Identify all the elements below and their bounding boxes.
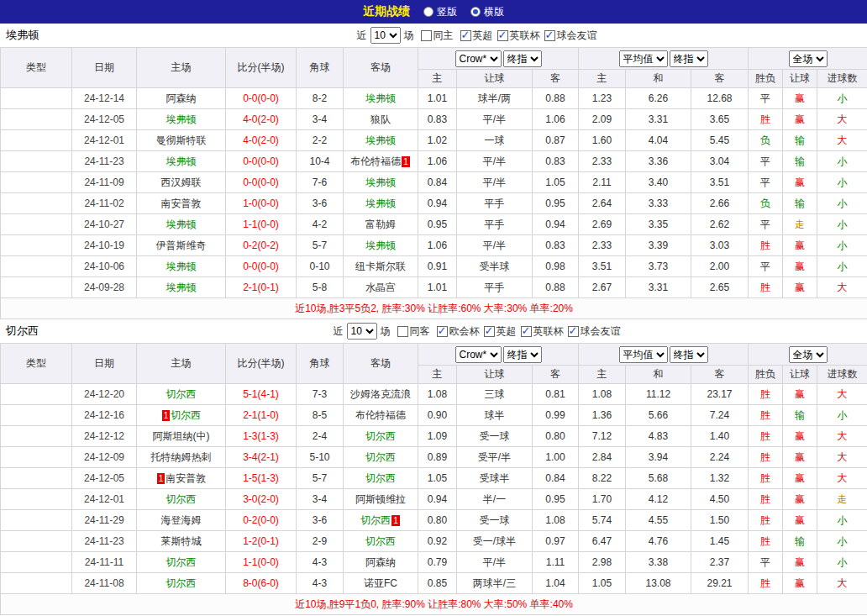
odds-time-select-2[interactable]: 终指 <box>670 346 708 363</box>
results-table: 类型 日期 主场 比分(半场) 角球 客场 Crow*终指 平均值终指 全场 主… <box>0 47 867 319</box>
handicap-odds-home: 0.92 <box>418 531 457 552</box>
away-team-name[interactable]: 切尔西 <box>360 514 391 526</box>
score-halftime[interactable]: 4-0(2-0) <box>226 130 297 151</box>
away-team-name[interactable]: 埃弗顿 <box>365 134 396 146</box>
away-team-name[interactable]: 阿森纳 <box>365 556 396 568</box>
home-team-name[interactable]: 埃弗顿 <box>166 261 197 272</box>
away-team-name[interactable]: 埃弗顿 <box>365 92 396 104</box>
corner-count: 10-4 <box>297 151 344 172</box>
away-team-name[interactable]: 切尔西 <box>365 472 396 484</box>
home-team-cell: 埃弗顿 <box>137 109 226 130</box>
away-team-name[interactable]: 布伦特福德 <box>350 155 401 167</box>
match-date: 24-12-05 <box>72 468 137 489</box>
handicap-odds-home: 0.84 <box>418 172 457 193</box>
league-filter-checkbox[interactable]: 英超 <box>460 29 493 43</box>
away-team-name[interactable]: 切尔西 <box>365 535 396 547</box>
handicap-line: 平/半 <box>457 109 533 130</box>
home-team-name[interactable]: 埃弗顿 <box>166 155 197 167</box>
league-filter-checkbox[interactable]: 英超 <box>484 324 517 339</box>
home-team-cell: 海登海姆 <box>137 510 226 531</box>
league-filter-checkbox[interactable]: 球会友谊 <box>544 29 597 43</box>
score-halftime[interactable]: 3-4(2-1) <box>226 447 297 468</box>
away-team-name[interactable]: 埃弗顿 <box>365 240 396 251</box>
away-team-name[interactable]: 诺亚FC <box>364 577 397 589</box>
fulltime-select[interactable]: 全场 <box>789 346 828 363</box>
away-team-name[interactable]: 富勒姆 <box>365 218 396 230</box>
away-team-name[interactable]: 沙姆洛克流浪 <box>350 388 411 400</box>
home-team-name[interactable]: 埃弗顿 <box>166 282 197 293</box>
home-team-name[interactable]: 切尔西 <box>171 409 201 421</box>
away-team-name[interactable]: 纽卡斯尔联 <box>355 261 406 272</box>
home-team-name[interactable]: 南安普敦 <box>161 197 202 209</box>
fulltime-select[interactable]: 全场 <box>789 50 828 67</box>
home-team-cell: 切尔西 <box>137 384 226 405</box>
home-team-cell: 阿斯坦纳(中) <box>137 426 226 447</box>
score-halftime[interactable]: 0-2(0-0) <box>226 510 297 531</box>
home-team-name[interactable]: 海登海姆 <box>161 514 202 526</box>
score-halftime[interactable]: 1-5(1-3) <box>226 468 297 489</box>
score-halftime[interactable]: 0-0(0-0) <box>226 256 297 277</box>
home-team-name[interactable]: 阿森纳 <box>166 92 197 104</box>
away-team-name[interactable]: 切尔西 <box>365 451 396 463</box>
home-team-name[interactable]: 西汉姆联 <box>161 176 202 188</box>
score-halftime[interactable]: 0-0(0-0) <box>226 172 297 193</box>
away-team-name[interactable]: 切尔西 <box>365 430 396 442</box>
odds-time-select-1[interactable]: 终指 <box>503 50 542 67</box>
away-team-name[interactable]: 水晶宫 <box>365 282 396 293</box>
away-team-name[interactable]: 阿斯顿维拉 <box>355 493 406 505</box>
handicap-line: 两球半/三 <box>457 573 533 594</box>
same-venue-checkbox[interactable]: 同主 <box>421 29 454 43</box>
home-team-name[interactable]: 伊普斯维奇 <box>156 240 207 251</box>
radio-vertical-layout[interactable]: 竖版 <box>423 5 457 19</box>
away-team-name[interactable]: 狼队 <box>370 113 391 125</box>
home-team-name[interactable]: 埃弗顿 <box>166 218 197 230</box>
score-halftime[interactable]: 1-1(0-0) <box>226 214 297 235</box>
corner-count: 3-4 <box>297 109 344 130</box>
match-count-select[interactable]: 10 <box>347 323 377 340</box>
handicap-line: 平手 <box>457 193 533 214</box>
odds-time-select-1[interactable]: 终指 <box>503 346 542 363</box>
home-team-name[interactable]: 切尔西 <box>166 388 197 400</box>
score-halftime[interactable]: 2-1(0-1) <box>226 277 297 298</box>
home-team-name[interactable]: 托特纳姆热刺 <box>151 451 212 463</box>
home-team-name[interactable]: 切尔西 <box>166 577 197 589</box>
home-team-name[interactable]: 埃弗顿 <box>166 113 197 125</box>
match-count-select[interactable]: 10 <box>370 27 401 44</box>
score-halftime[interactable]: 0-2(0-2) <box>226 235 297 256</box>
score-halftime[interactable]: 1-0(0-0) <box>226 193 297 214</box>
score-halftime[interactable]: 2-1(1-0) <box>226 405 297 426</box>
score-halftime[interactable]: 0-0(0-0) <box>226 151 297 172</box>
home-team-name[interactable]: 切尔西 <box>166 556 197 568</box>
score-halftime[interactable]: 1-3(1-3) <box>226 426 297 447</box>
avg-odds-away: 2.65 <box>691 277 749 298</box>
home-team-name[interactable]: 曼彻斯特联 <box>156 134 207 146</box>
league-filter-checkbox[interactable]: 英联杯 <box>521 324 564 339</box>
score-halftime[interactable]: 8-0(6-0) <box>226 573 297 594</box>
away-team-name[interactable]: 埃弗顿 <box>365 176 396 188</box>
league-filter-checkbox[interactable]: 球会友谊 <box>568 324 621 339</box>
home-team-name[interactable]: 南安普敦 <box>166 472 206 484</box>
score-halftime[interactable]: 1-1(0-0) <box>226 552 297 573</box>
average-select[interactable]: 平均值 <box>619 50 668 67</box>
same-venue-checkbox[interactable]: 同客 <box>397 324 430 339</box>
score-halftime[interactable]: 1-2(0-1) <box>226 531 297 552</box>
home-team-name[interactable]: 切尔西 <box>166 493 197 505</box>
score-halftime[interactable]: 5-1(4-1) <box>226 384 297 405</box>
bookmaker-select[interactable]: Crow* <box>455 346 502 363</box>
odds-time-select-2[interactable]: 终指 <box>670 50 708 67</box>
away-team-name[interactable]: 埃弗顿 <box>365 197 396 209</box>
score-halftime[interactable]: 3-0(2-0) <box>226 489 297 510</box>
home-team-name[interactable]: 阿斯坦纳(中) <box>153 430 210 442</box>
radio-horizontal-layout[interactable]: 横版 <box>470 5 504 19</box>
average-select[interactable]: 平均值 <box>619 346 668 363</box>
match-date: 24-12-16 <box>72 405 137 426</box>
filter-bar: 切尔西 近 10 场 同客 欧会杯英超英联杯球会友谊 <box>0 319 867 343</box>
bookmaker-select[interactable]: Crow* <box>455 50 502 67</box>
col-header-home: 主场 <box>137 48 226 88</box>
league-filter-checkbox[interactable]: 英联杯 <box>497 29 540 43</box>
home-team-name[interactable]: 莱斯特城 <box>161 535 202 547</box>
away-team-name[interactable]: 布伦特福德 <box>355 409 406 421</box>
score-halftime[interactable]: 4-0(2-0) <box>226 109 297 130</box>
league-filter-checkbox[interactable]: 欧会杯 <box>437 324 480 339</box>
score-halftime[interactable]: 0-0(0-0) <box>226 88 297 109</box>
